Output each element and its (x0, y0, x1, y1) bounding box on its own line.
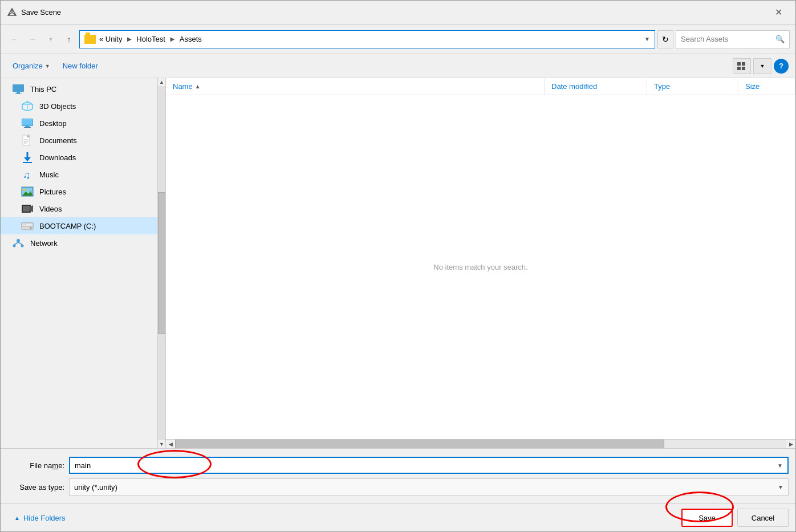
filename-dropdown-arrow: ▼ (777, 462, 783, 469)
svg-rect-17 (24, 127, 31, 128)
sidebar-label-network: Network (30, 239, 58, 247)
path-sep-1: ► (125, 35, 133, 43)
documents-icon (21, 135, 34, 145)
refresh-button[interactable]: ↻ (657, 30, 673, 48)
filename-input-wrap: ▼ (69, 457, 789, 474)
sidebar-label-this-pc: This PC (30, 85, 56, 94)
bottom-area: File name: ▼ Save as type: unity (*.unit… (1, 448, 795, 503)
3d-objects-icon (21, 101, 34, 111)
content-header: Name ▲ Date modified Type Size (166, 78, 795, 95)
scrollbar-up-arrow[interactable]: ▲ (158, 78, 166, 86)
pc-icon (12, 84, 25, 94)
sidebar-label-desktop: Desktop (39, 119, 67, 128)
savetype-label: Save as type: (7, 483, 64, 492)
main-area: This PC 3D Objects (1, 78, 795, 448)
sidebar-item-downloads[interactable]: Downloads (1, 149, 165, 166)
svg-rect-7 (742, 67, 745, 70)
svg-rect-6 (737, 67, 741, 70)
sidebar-item-videos[interactable]: Videos (1, 200, 165, 217)
sidebar-item-music[interactable]: ♫ Music (1, 166, 165, 183)
svg-rect-10 (15, 94, 22, 94)
hscroll-thumb[interactable] (175, 440, 664, 449)
column-header-name[interactable]: Name ▲ (166, 78, 545, 95)
sidebar-item-desktop[interactable]: Desktop (1, 115, 165, 132)
downloads-icon (21, 152, 34, 163)
svg-point-30 (23, 189, 26, 191)
filename-input[interactable] (75, 461, 777, 470)
back-button[interactable]: ← (6, 31, 22, 47)
horizontal-scrollbar[interactable]: ◀ ▶ (166, 439, 795, 448)
sidebar-item-bootcamp[interactable]: BOOTCAMP (C:) (1, 217, 165, 234)
sidebar-label-downloads: Downloads (39, 153, 76, 162)
organize-dropdown-arrow: ▼ (45, 63, 50, 69)
hscroll-left-arrow[interactable]: ◀ (166, 440, 175, 449)
scrollbar-track (158, 86, 166, 440)
svg-marker-25 (24, 157, 31, 161)
svg-point-40 (13, 245, 16, 247)
svg-rect-9 (17, 92, 20, 94)
sidebar-label-pictures: Pictures (39, 188, 66, 196)
scrollbar-down-arrow[interactable]: ▼ (158, 440, 166, 448)
dialog-title: Save Scene (21, 8, 768, 17)
view-button[interactable] (733, 58, 751, 74)
svg-rect-5 (742, 62, 745, 66)
sidebar-scroll: This PC 3D Objects (1, 78, 165, 448)
help-button[interactable]: ? (774, 59, 789, 74)
new-folder-button[interactable]: New folder (58, 59, 103, 73)
path-part-3: Assets (180, 35, 202, 43)
network-icon (12, 238, 25, 248)
sidebar-item-3d-objects[interactable]: 3D Objects (1, 98, 165, 115)
svg-line-43 (18, 242, 22, 245)
close-button[interactable]: ✕ (768, 2, 789, 23)
unity-logo-icon (7, 8, 17, 17)
svg-marker-33 (30, 205, 33, 212)
search-input[interactable] (681, 35, 775, 43)
save-button[interactable]: Save (681, 509, 733, 527)
svg-point-37 (30, 227, 32, 229)
sidebar-item-pictures[interactable]: Pictures (1, 183, 165, 200)
sidebar-label-documents: Documents (39, 136, 77, 145)
cancel-button[interactable]: Cancel (737, 509, 789, 527)
scrollbar-thumb[interactable] (158, 192, 166, 334)
column-header-size[interactable]: Size (738, 78, 795, 95)
toolbar: Organize ▼ New folder ▼ ? (1, 54, 795, 78)
pictures-icon (21, 186, 34, 197)
view-dropdown-button[interactable]: ▼ (753, 58, 771, 74)
videos-icon (21, 204, 34, 214)
up-button[interactable]: ↑ (61, 31, 77, 47)
expand-icon: ▲ (14, 515, 20, 521)
svg-point-39 (17, 239, 20, 242)
svg-rect-34 (23, 206, 30, 212)
sidebar-item-this-pc[interactable]: This PC (1, 80, 165, 98)
address-path[interactable]: « Unity ► HoloTest ► Assets ▼ (79, 30, 655, 48)
savetype-row: Save as type: unity (*.unity) ▼ (1, 476, 795, 498)
recent-locations-button[interactable]: ▼ (43, 31, 59, 47)
search-box[interactable]: 🔍 (676, 30, 790, 48)
footer-buttons: ▲ Hide Folders Save Cancel (1, 503, 795, 531)
path-part-2: HoloTest (136, 35, 165, 43)
path-sep-2: ► (169, 35, 176, 43)
hide-folders-button[interactable]: Hide Folders (23, 514, 66, 522)
sidebar-item-documents[interactable]: Documents (1, 132, 165, 149)
svg-rect-38 (23, 225, 26, 225)
sidebar-scrollbar[interactable]: ▲ ▼ (157, 78, 165, 448)
savetype-value: unity (*.unity) (74, 483, 778, 492)
search-icon: 🔍 (775, 35, 785, 43)
content-area: Name ▲ Date modified Type Size No items … (166, 78, 795, 448)
path-part-1: « Unity (99, 35, 122, 43)
organize-button[interactable]: Organize ▼ (7, 59, 55, 73)
music-icon: ♫ (21, 169, 34, 180)
forward-button[interactable]: → (25, 31, 40, 47)
sidebar-label-3d-objects: 3D Objects (39, 102, 76, 111)
address-bar: ← → ▼ ↑ « Unity ► HoloTest ► Assets ▼ ↻ … (1, 25, 795, 54)
sidebar-item-network[interactable]: Network (1, 234, 165, 251)
sidebar-label-bootcamp: BOOTCAMP (C:) (39, 222, 96, 230)
column-header-date[interactable]: Date modified (545, 78, 647, 95)
folder-icon (84, 35, 96, 44)
sidebar-label-music: Music (39, 170, 59, 179)
sidebar-label-videos: Videos (39, 205, 62, 213)
column-header-type[interactable]: Type (647, 78, 738, 95)
sort-arrow-name: ▲ (195, 83, 201, 90)
hscroll-right-arrow[interactable]: ▶ (786, 440, 795, 449)
svg-point-41 (21, 245, 24, 247)
